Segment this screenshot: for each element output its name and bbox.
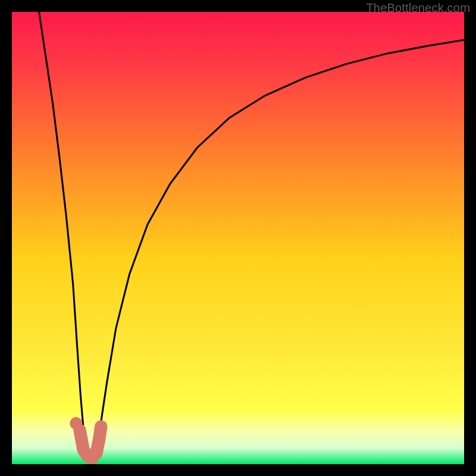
- chart-frame: TheBottleneck.com: [0, 0, 476, 476]
- watermark-text: TheBottleneck.com: [366, 1, 470, 15]
- chart-svg: [12, 12, 464, 464]
- marker-dot: [70, 417, 82, 430]
- gradient-background: [12, 12, 464, 464]
- plot-area: [12, 12, 464, 464]
